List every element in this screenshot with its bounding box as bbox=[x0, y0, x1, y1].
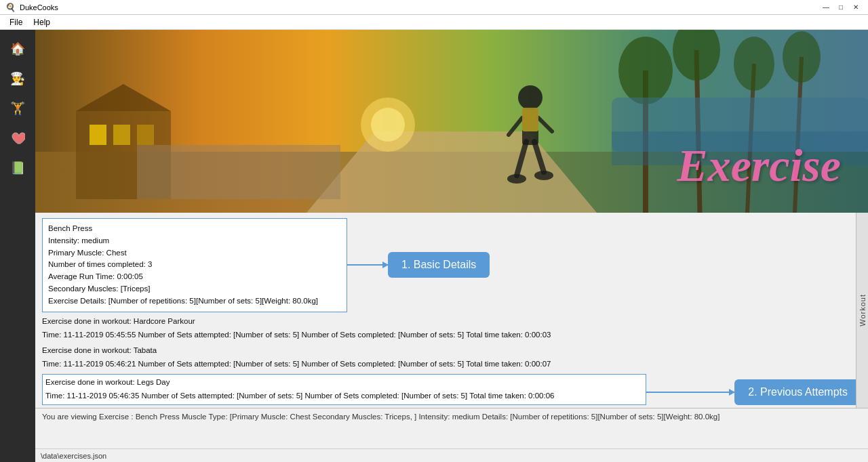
svg-rect-7 bbox=[90, 125, 106, 145]
attempt-3-box: Exercise done in workout: Legs Day Time:… bbox=[42, 374, 646, 405]
detail-secondary: Secondary Muscles: [Triceps] bbox=[48, 283, 341, 295]
workout-label: Workout bbox=[859, 294, 867, 327]
close-button[interactable]: ✕ bbox=[849, 2, 863, 13]
svg-point-25 bbox=[507, 174, 526, 184]
sidebar-item-health[interactable] bbox=[4, 125, 31, 152]
svg-rect-10 bbox=[137, 145, 340, 199]
sidebar: 🏠 👨‍🍳 🏋 📗 bbox=[0, 30, 35, 462]
attempt-3-detail: Time: 11-11-2019 05:46:35 Number of Sets… bbox=[45, 390, 643, 403]
app-icon: 🍳 bbox=[5, 3, 16, 12]
sidebar-item-exercise[interactable]: 🏋 bbox=[4, 95, 31, 122]
svg-point-26 bbox=[534, 171, 553, 180]
menu-bar: File Help bbox=[0, 15, 868, 30]
attempts-area: Exercise done in workout: Hardcore Parko… bbox=[42, 315, 861, 405]
sidebar-item-chef[interactable]: 👨‍🍳 bbox=[4, 65, 31, 92]
detail-name: Bench Press bbox=[48, 223, 341, 235]
basic-details-annotation: 1. Basic Details bbox=[388, 252, 490, 278]
sidebar-item-book[interactable]: 📗 bbox=[4, 154, 31, 182]
content-area: Exercise Bench Press Intensity: medium P… bbox=[35, 30, 868, 462]
detail-muscle: Primary Muscle: Chest bbox=[48, 247, 341, 259]
status-path: \data\exercises.json bbox=[41, 452, 106, 460]
hero-image: Exercise bbox=[35, 30, 868, 213]
attempt-1-workout: Exercise done in workout: Hardcore Parko… bbox=[42, 315, 861, 329]
attempt-2-detail: Time: 11-11-2019 05:46:21 Number of Sets… bbox=[42, 358, 861, 371]
detail-avg-time: Average Run Time: 0:00:05 bbox=[48, 271, 341, 283]
description-bar: You are viewing Exercise : Bench Press M… bbox=[35, 408, 868, 448]
detail-intensity: Intensity: medium bbox=[48, 235, 341, 247]
title-bar-left: 🍳 DukeCooks bbox=[5, 3, 58, 12]
menu-file[interactable]: File bbox=[4, 16, 28, 28]
description-text: You are viewing Exercise : Bench Press M… bbox=[42, 413, 719, 421]
menu-help[interactable]: Help bbox=[28, 16, 56, 28]
main-container: 🏠 👨‍🍳 🏋 📗 bbox=[0, 30, 868, 462]
title-bar: 🍳 DukeCooks — □ ✕ bbox=[0, 0, 868, 15]
svg-rect-8 bbox=[113, 125, 130, 145]
previous-attempts-annotation: 2. Previous Attempts bbox=[734, 379, 861, 405]
svg-point-19 bbox=[518, 85, 542, 110]
attempt-2-workout: Exercise done in workout: Tabata bbox=[42, 344, 861, 358]
attempt-3-workout: Exercise done in workout: Legs Day bbox=[45, 376, 643, 390]
detail-completed: Number of times completed: 3 bbox=[48, 259, 341, 271]
status-bar: \data\exercises.json bbox=[35, 448, 868, 462]
basic-details-box: Bench Press Intensity: medium Primary Mu… bbox=[42, 218, 347, 312]
svg-rect-9 bbox=[137, 125, 154, 145]
app-title: DukeCooks bbox=[20, 3, 58, 12]
attempt-1-detail: Time: 11-11-2019 05:45:55 Number of Sets… bbox=[42, 329, 861, 342]
svg-point-12 bbox=[618, 37, 673, 104]
maximize-button[interactable]: □ bbox=[834, 2, 848, 13]
left-content: Bench Press Intensity: medium Primary Mu… bbox=[42, 218, 861, 405]
svg-rect-27 bbox=[522, 108, 538, 131]
svg-point-16 bbox=[734, 37, 774, 91]
minimize-button[interactable]: — bbox=[819, 2, 833, 13]
svg-point-18 bbox=[783, 31, 821, 83]
detail-exercise-details: Exercise Details: [Number of repetitions… bbox=[48, 295, 341, 308]
title-bar-controls: — □ ✕ bbox=[819, 2, 863, 13]
svg-point-4 bbox=[371, 108, 405, 142]
workout-label-container: Workout bbox=[856, 213, 868, 408]
exercise-text: Exercise bbox=[677, 139, 841, 192]
sidebar-item-home[interactable]: 🏠 bbox=[4, 35, 31, 62]
